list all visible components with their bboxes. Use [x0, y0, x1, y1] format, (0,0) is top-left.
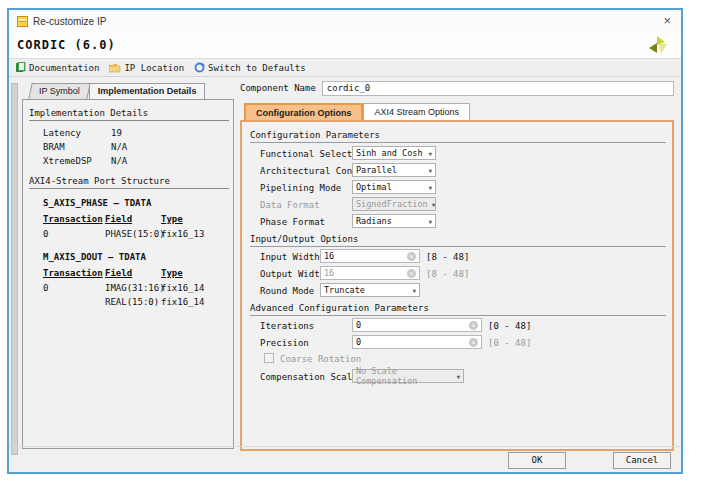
xilinx-logo-icon [647, 34, 669, 60]
left-panel: IP Symbol Implementation Details Impleme… [22, 83, 234, 449]
ip-header: CORDIC (6.0) [9, 32, 681, 58]
s-axis-phase-title: S_AXIS_PHASE — TDATA [43, 198, 151, 208]
tab-implementation-details[interactable]: Implementation Details [89, 83, 206, 99]
round-mode-dropdown[interactable]: Truncate▼ [320, 283, 420, 297]
architectural-configuration-dropdown[interactable]: Parallel▼ [352, 163, 436, 177]
component-name-label: Component Name [240, 83, 316, 93]
iterations-field[interactable]: 0× [352, 318, 482, 332]
axi4-stream-heading: AXI4-Stream Port Structure [29, 176, 229, 189]
phase-format-dropdown[interactable]: Radians▼ [352, 214, 436, 228]
toolbar: Documentation IP Location Switch to Defa… [9, 58, 681, 77]
latency-label: Latency [43, 128, 81, 138]
main-panel: Component Name Configuration Options AXI… [240, 79, 674, 451]
col-field: Field [105, 214, 132, 224]
precision-label: Precision [260, 338, 309, 348]
col-type: Type [161, 214, 183, 224]
iterations-label: Iterations [260, 321, 314, 331]
xtremedsp-label: XtremeDSP [43, 156, 92, 166]
table-cell: fix16_14 [161, 283, 204, 293]
implementation-details-heading: Implementation Details [29, 108, 229, 121]
col-transaction: Transaction [43, 268, 103, 278]
switch-to-defaults-button[interactable]: Switch to Defaults [194, 62, 306, 73]
clear-icon[interactable]: × [407, 252, 416, 261]
left-panel-tabs: IP Symbol Implementation Details [30, 83, 234, 99]
chevron-down-icon: ▼ [428, 150, 432, 157]
data-format-label: Data Format [260, 200, 320, 210]
implementation-details-panel: Implementation Details Latency 19 BRAM N… [22, 99, 234, 449]
col-field: Field [105, 268, 132, 278]
m-axis-dout-title: M_AXIS_DOUT — TDATA [43, 252, 146, 262]
refresh-icon [194, 62, 205, 73]
book-icon [15, 62, 26, 73]
chevron-down-icon: ▼ [456, 373, 460, 380]
input-width-field[interactable]: 16× [320, 249, 420, 263]
folder-icon [109, 63, 121, 73]
recustomize-ip-dialog: Re-customize IP × CORDIC (6.0) Documenta… [7, 8, 683, 474]
chevron-down-icon: ▼ [412, 287, 416, 294]
table-cell: fix16_14 [161, 297, 204, 307]
switch-to-defaults-label: Switch to Defaults [208, 63, 306, 73]
functional-selection-dropdown[interactable]: Sinh and Cosh▼ [352, 146, 436, 160]
chevron-down-icon: ▼ [428, 218, 432, 225]
left-collapse-strip[interactable] [11, 83, 18, 455]
output-width-field: 16× [320, 266, 420, 280]
bram-label: BRAM [43, 142, 65, 152]
precision-field[interactable]: 0× [352, 335, 482, 349]
pipelining-mode-label: Pipelining Mode [260, 183, 341, 193]
data-format-dropdown: SignedFraction▼ [352, 197, 436, 211]
table-cell: IMAG(31:16) [105, 283, 165, 293]
clear-icon: × [407, 269, 416, 278]
ip-location-label: IP Location [124, 63, 184, 73]
output-width-range: [8 - 48] [426, 269, 469, 279]
options-tabs: Configuration Options AXI4 Stream Option… [244, 103, 674, 120]
chevron-down-icon: ▼ [428, 167, 432, 174]
configuration-options-panel: Configuration Parameters Functional Sele… [240, 120, 674, 451]
clear-icon[interactable]: × [469, 338, 478, 347]
footer-bar: OK Cancel [9, 446, 681, 472]
ok-button[interactable]: OK [508, 452, 566, 469]
documentation-label: Documentation [29, 63, 99, 73]
tab-axi4-stream-options[interactable]: AXI4 Stream Options [363, 103, 470, 120]
latency-value: 19 [111, 128, 122, 138]
chevron-down-icon: ▼ [432, 201, 436, 208]
coarse-rotation-checkbox [264, 353, 274, 363]
bram-value: N/A [111, 142, 127, 152]
phase-format-label: Phase Format [260, 217, 325, 227]
tab-configuration-options[interactable]: Configuration Options [244, 103, 363, 120]
chevron-down-icon: ▼ [428, 184, 432, 191]
table-cell: fix16_13 [161, 229, 204, 239]
table-cell: 0 [43, 229, 48, 239]
precision-range: [0 - 48] [488, 338, 531, 348]
output-width-label: Output Width [260, 269, 325, 279]
col-type: Type [161, 268, 183, 278]
dialog-content: IP Symbol Implementation Details Impleme… [9, 77, 681, 472]
round-mode-label: Round Mode [260, 286, 314, 296]
iterations-range: [0 - 48] [488, 321, 531, 331]
tab-ip-symbol[interactable]: IP Symbol [28, 83, 90, 99]
close-icon[interactable]: × [663, 13, 671, 28]
col-transaction: Transaction [43, 214, 103, 224]
ip-location-button[interactable]: IP Location [109, 63, 184, 73]
table-cell: PHASE(15:0) [105, 229, 165, 239]
input-width-label: Input Width [260, 252, 320, 262]
component-name-input[interactable] [322, 81, 674, 96]
config-params-heading: Configuration Parameters [250, 130, 666, 143]
title-bar: Re-customize IP × [9, 10, 681, 32]
table-cell: REAL(15:0) [105, 297, 159, 307]
ip-name-version: CORDIC (6.0) [17, 38, 116, 52]
clear-icon[interactable]: × [469, 321, 478, 330]
dialog-icon [17, 16, 28, 27]
dialog-title: Re-customize IP [33, 16, 106, 27]
pipelining-mode-dropdown[interactable]: Optimal▼ [352, 180, 436, 194]
io-options-heading: Input/Output Options [250, 234, 666, 247]
xtremedsp-value: N/A [111, 156, 127, 166]
documentation-button[interactable]: Documentation [15, 62, 99, 73]
coarse-rotation-label: Coarse Rotation [280, 354, 361, 364]
table-cell: 0 [43, 283, 48, 293]
input-width-range: [8 - 48] [426, 252, 469, 262]
compensation-scaling-dropdown: No Scale Compensation▼ [352, 369, 464, 383]
cancel-button[interactable]: Cancel [613, 452, 671, 469]
advanced-heading: Advanced Configuration Parameters [250, 303, 666, 316]
